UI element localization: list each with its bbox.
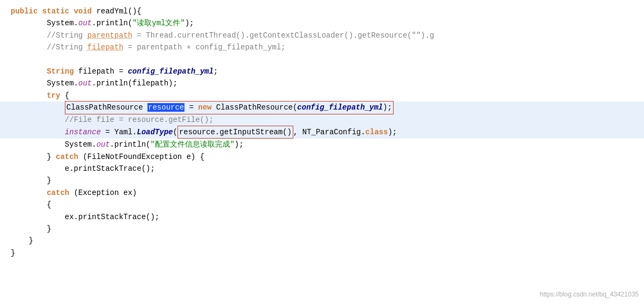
code-line-17: {: [0, 199, 644, 211]
code-line-3: //String parentpath = Thread.currentThre…: [0, 30, 644, 41]
comment-rest-1: = Thread.currentThread().getContextClass…: [132, 30, 434, 41]
keyword-catch-2: catch: [47, 187, 69, 199]
code-container: public static void readYml(){ System.out…: [0, 0, 644, 304]
code-line-20: }: [0, 235, 644, 247]
keyword-class: class: [365, 126, 388, 138]
code-line-2: System.out.println("读取yml文件");: [0, 17, 644, 29]
out-keyword-3: out: [97, 139, 110, 150]
comment-3: //File file = resource.getFile();: [65, 114, 213, 126]
italic-bold-var-2: config_filepath_yml: [297, 103, 383, 112]
comment-1: //String: [47, 30, 87, 41]
code-line-7: System.out.println(filepath);: [0, 77, 644, 89]
comment-link-2: filepath: [87, 41, 123, 53]
code-line-14: e.printStackTrace();: [0, 163, 644, 175]
keyword-catch: catch: [56, 151, 78, 163]
red-bordered-arg: resource.getInputStream(): [177, 126, 293, 139]
code-line-21: }: [0, 247, 644, 259]
code-line-19: }: [0, 223, 644, 235]
comment-rest-2: = parentpath + config_filepath_yml;: [123, 41, 285, 53]
keyword-string: String: [47, 66, 73, 77]
code-line-1: public static void readYml(){: [0, 5, 644, 17]
keyword-void: void: [74, 5, 92, 17]
watermark: https://blog.csdn.net/bq_43421035: [540, 289, 639, 300]
var-resource-highlight: resource: [147, 103, 184, 112]
out-keyword: out: [78, 17, 92, 29]
comment-2: //String: [47, 41, 87, 53]
loadtype-method: LoadType: [137, 126, 173, 138]
out-keyword-2: out: [78, 77, 92, 89]
comment-link-1: parentpath: [87, 30, 132, 41]
code-line-9-highlighted: ClassPathResource resource = new ClassPa…: [0, 102, 644, 113]
code-line-8: try {: [0, 90, 644, 102]
code-line-11: instance = Yaml.LoadType(resource.getInp…: [0, 126, 644, 139]
code-line-13: } catch (FileNotFoundException e) {: [0, 151, 644, 163]
code-line-6: String filepath = config_filepath_yml;: [0, 66, 644, 77]
code-line-15: }: [0, 175, 644, 186]
code-line-12: System.out.println("配置文件信息读取完成");: [0, 139, 644, 150]
keyword-try: try: [47, 90, 60, 102]
code-line-18: ex.printStackTrace();: [0, 211, 644, 223]
code-line-16: catch (Exception ex): [0, 187, 644, 199]
keyword-new: new: [198, 103, 212, 112]
bordered-statement: ClassPathResource resource = new ClassPa…: [65, 101, 394, 114]
code-line-10: //File file = resource.getFile();: [0, 114, 644, 126]
keyword-static: static: [42, 5, 69, 17]
string-2: "配置文件信息读取完成": [150, 139, 234, 150]
instance-keyword: instance: [65, 126, 101, 138]
code-line-4: //String filepath = parentpath + config_…: [0, 41, 644, 53]
code-line-5: [0, 54, 644, 66]
string-1: "读取yml文件": [132, 17, 185, 29]
keyword-public: public: [11, 5, 38, 17]
italic-bold-var: config_filepath_yml: [128, 66, 213, 77]
